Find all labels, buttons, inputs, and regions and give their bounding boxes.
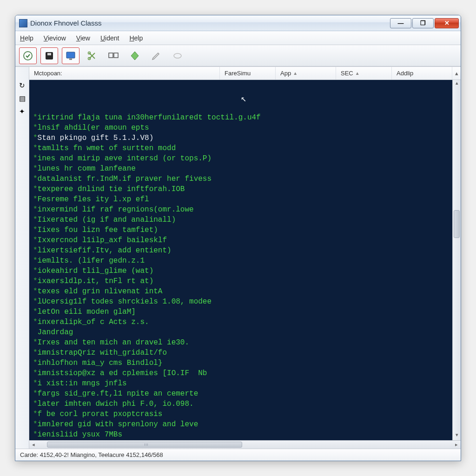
toolbar-monitor-button[interactable] — [62, 47, 79, 64]
monitor-icon — [65, 50, 76, 61]
menu-vieviow[interactable]: Vieviow — [44, 34, 66, 42]
statusbar: Carde: 4152,40-2! Miangino, Teelacure 41… — [15, 449, 461, 461]
sidebar-tag-icon[interactable]: ✦ — [18, 107, 27, 116]
console-line: *f be corl prorat pxoptcrasis — [33, 409, 449, 419]
console-line: *imnistrapQriz with_gridalt/fo — [33, 348, 449, 358]
app-icon — [19, 19, 27, 27]
close-button[interactable]: ✕ — [435, 18, 459, 28]
svg-rect-3 — [66, 52, 75, 58]
scissors-icon — [86, 50, 98, 61]
console-line: *datalanist fr.IndM.if praver her fivess — [33, 174, 449, 184]
titlebar: Dionox Fhnovel Classs — ❐ ✕ — [15, 15, 461, 31]
toolbar-clock-button[interactable] — [19, 47, 37, 64]
console-line: *tamllts fn wmet of surtten modd — [33, 143, 449, 153]
console-line: *imnistsiop@xz a ed cplemies [IO.IF Nb — [33, 368, 449, 378]
toolbar-scissors-button[interactable] — [83, 47, 101, 64]
grip-icon — [145, 443, 148, 446]
menubar: Help Vieviow View Uident Help — [15, 31, 461, 45]
console-line: *Irxes and ten mich an dravel ie30. — [33, 337, 449, 348]
console-line: *Iixes fou lizn fee tamfiet) — [33, 225, 449, 235]
sidebar-refresh-icon[interactable]: ↻ — [18, 81, 27, 90]
console-line: *letOn eili moden glaM] — [33, 307, 449, 317]
console-line: *iemllts. (lifer gedn.z.1 — [33, 256, 449, 266]
col-app[interactable]: App▲ — [276, 67, 336, 79]
console-line: *texes eld grin nlivenat intA — [33, 286, 449, 297]
hscroll-track[interactable] — [38, 441, 452, 449]
console-line: *texperee dnlind tie inftforah.IOB — [33, 184, 449, 194]
vscroll-thumb[interactable] — [454, 210, 460, 238]
menu-label: iew — [80, 34, 90, 42]
scroll-up-arrow-icon[interactable]: ▴ — [453, 80, 461, 88]
menu-label: elp — [134, 34, 143, 42]
minimize-icon: — — [398, 20, 404, 26]
disk-icon — [44, 50, 55, 61]
vertical-scrollbar[interactable]: ▴ ▾ — [452, 80, 461, 440]
maximize-button[interactable]: ❐ — [412, 18, 434, 28]
sidebar-doc-icon[interactable]: ▤ — [18, 94, 27, 103]
console-line: *i xist:in mngs jnfls — [33, 378, 449, 389]
console-line: *inxeralipk_of c Acts z.s. — [33, 317, 449, 327]
screens-icon — [108, 50, 119, 61]
toolbar-pencil-button[interactable] — [147, 47, 165, 64]
minimize-button[interactable]: — — [390, 18, 411, 28]
status-text: Carde: 4152,40-2! Miangino, Teelacure 41… — [20, 451, 163, 458]
toolbar-disk-button[interactable] — [40, 47, 58, 64]
col-label: Addlip — [397, 70, 413, 77]
menu-label: elp — [25, 34, 33, 42]
col-label: SEC — [341, 70, 353, 77]
scroll-left-arrow-icon[interactable]: ◂ — [29, 442, 38, 448]
console-line: *lixertsiefif.Itv, add entient) — [33, 245, 449, 256]
close-icon: ✕ — [444, 20, 450, 26]
console-line: *imnlered gid with sprenlony and leve — [33, 419, 449, 430]
svg-point-9 — [174, 53, 181, 58]
col-label: Mctopoan: — [34, 70, 62, 77]
console-line: *ienisliid ysux 7MBs — [33, 430, 449, 440]
sort-indicator-icon: ▲ — [293, 71, 298, 76]
cursor-icon: ↖ — [241, 94, 246, 104]
maximize-icon: ❐ — [420, 20, 426, 26]
main-view: Mctopoan: FareSimu App▲ SEC▲ Addlip ▴ ↖ … — [29, 67, 461, 449]
console-line: *ixaersldlp.it, tnFl rt at) — [33, 276, 449, 286]
toolbar — [15, 45, 461, 66]
col-main[interactable]: Mctopoan: — [29, 67, 220, 79]
svg-rect-4 — [69, 59, 72, 60]
col-addlip[interactable]: Addlip — [392, 67, 452, 79]
toolbar-screens-button[interactable] — [105, 47, 122, 64]
scroll-up-icon[interactable]: ▴ — [452, 70, 461, 77]
scroll-down-arrow-icon[interactable]: ▾ — [453, 432, 461, 440]
col-faresimu[interactable]: FareSimu — [220, 67, 276, 79]
console-line: *Iixerated (ig if and analinall) — [33, 215, 449, 225]
scroll-right-arrow-icon[interactable]: ▸ — [452, 442, 461, 448]
console-line: *lunes hr comm lanfeane — [33, 164, 449, 174]
console-line: *iritrind flaja tuna in30herfunilaredt t… — [33, 112, 449, 123]
console-line: *iokeahird tlil_glime (wat) — [33, 266, 449, 276]
col-sec[interactable]: SEC▲ — [336, 67, 392, 79]
console-line: *later imhten dwich phi F.0, io.098. — [33, 399, 449, 409]
hscroll-thumb[interactable] — [47, 442, 242, 448]
menu-view[interactable]: View — [76, 34, 90, 42]
horizontal-scrollbar[interactable]: ◂ ▸ — [29, 440, 461, 449]
menu-help-1[interactable]: Help — [20, 34, 33, 42]
app-window: Dionox Fhnovel Classs — ❐ ✕ Help Vieviow… — [15, 15, 461, 461]
eraser-icon — [172, 50, 183, 61]
console-line: *ines and mirip aeve intersd (or tops.P) — [33, 153, 449, 164]
console-line: *lnsif ahdil(er amoun epts — [33, 123, 449, 133]
console-line: *inxermind lif raf regnions(omr.lowe — [33, 205, 449, 215]
menu-uident[interactable]: Uident — [100, 34, 119, 42]
diamond-icon — [129, 50, 140, 61]
console-line: *Fesreme fles ity l.xp efl — [33, 194, 449, 205]
toolbar-eraser-button[interactable] — [169, 47, 186, 64]
console-output[interactable]: ↖ *iritrind flaja tuna in30herfunilaredt… — [29, 80, 452, 440]
toolbar-diamond-button[interactable] — [126, 47, 144, 64]
clock-check-icon — [22, 50, 33, 61]
col-label: App — [280, 70, 291, 77]
console-line: *Ixxercnod l1ilp_axf bailesklf — [33, 235, 449, 245]
menu-help-2[interactable]: Help — [129, 34, 143, 42]
svg-rect-7 — [109, 53, 113, 58]
col-label: FareSimu — [225, 70, 251, 77]
console-line: *Stan pkingo gift 5.1.J.V8) — [33, 133, 449, 143]
window-controls: — ❐ ✕ — [389, 18, 459, 28]
menu-label: ident — [105, 34, 119, 42]
console-line: Jandrdag — [33, 327, 449, 337]
console-wrap: ↖ *iritrind flaja tuna in30herfunilaredt… — [29, 80, 461, 440]
